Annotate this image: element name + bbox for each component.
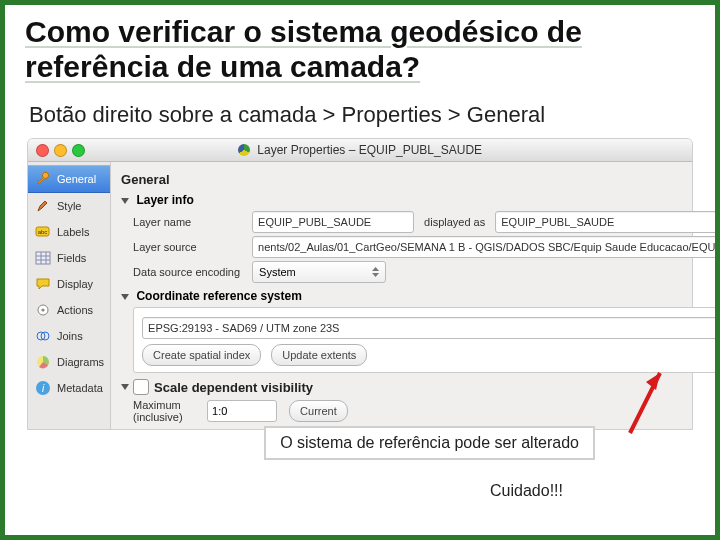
slide-title: Como verificar o sistema geodésico de re… <box>25 15 695 84</box>
table-icon <box>34 249 52 267</box>
panel-general: General Layer info Layer name EQUIP_PUBL… <box>111 162 720 429</box>
annotation-box: O sistema de referência pode ser alterad… <box>264 426 595 460</box>
sidebar-item-label: Style <box>57 200 81 212</box>
slide-subtitle: Botão direito sobre a camada > Propertie… <box>29 102 695 128</box>
label-displayed-as: displayed as <box>424 216 485 228</box>
create-spatial-index-button[interactable]: Create spatial index <box>142 344 261 366</box>
wrench-icon <box>34 170 52 188</box>
sidebar-item-metadata[interactable]: i Metadata <box>28 375 110 401</box>
sidebar-item-label: Metadata <box>57 382 103 394</box>
input-layer-source[interactable]: nents/02_Aulas/01_CartGeo/SEMANA 1 B - Q… <box>252 236 720 258</box>
chevron-down-icon <box>121 384 129 390</box>
sidebar-item-joins[interactable]: Joins <box>28 323 110 349</box>
update-extents-button[interactable]: Update extents <box>271 344 367 366</box>
window-title: Layer Properties – EQUIP_PUBL_SAUDE <box>28 143 692 157</box>
annotation-warning: Cuidado!!! <box>490 482 563 500</box>
crs-field[interactable]: EPSG:29193 - SAD69 / UTM zone 23S <box>142 317 720 339</box>
label-layer-name: Layer name <box>133 216 248 228</box>
svg-rect-2 <box>36 252 50 264</box>
input-displayed-as[interactable]: EQUIP_PUBL_SAUDE <box>495 211 720 233</box>
input-maximum-scale[interactable]: 1:0 <box>207 400 277 422</box>
titlebar: Layer Properties – EQUIP_PUBL_SAUDE <box>28 139 692 162</box>
chevron-down-icon <box>121 294 129 300</box>
chevron-down-icon <box>121 198 129 204</box>
label-maximum: Maximum (inclusive) <box>133 399 203 423</box>
label-layer-source: Layer source <box>133 241 248 253</box>
checkbox-sdv[interactable] <box>133 379 149 395</box>
sidebar-item-label: Display <box>57 278 93 290</box>
qgis-icon <box>238 144 250 156</box>
sidebar-item-actions[interactable]: Actions <box>28 297 110 323</box>
sidebar-item-fields[interactable]: Fields <box>28 245 110 271</box>
current-button[interactable]: Current <box>289 400 348 422</box>
sidebar-item-label: Diagrams <box>57 356 104 368</box>
sidebar-item-label: Actions <box>57 304 93 316</box>
sidebar-item-diagrams[interactable]: Diagrams <box>28 349 110 375</box>
section-header-layer-info[interactable]: Layer info <box>121 193 720 207</box>
layer-properties-dialog: Layer Properties – EQUIP_PUBL_SAUDE Gene… <box>27 138 693 430</box>
section-header-sdv[interactable]: Scale dependent visibility <box>121 379 720 395</box>
pie-icon <box>34 353 52 371</box>
brush-icon <box>34 197 52 215</box>
sidebar-item-labels[interactable]: abc Labels <box>28 219 110 245</box>
label-icon: abc <box>34 223 52 241</box>
sidebar-item-label: Labels <box>57 226 89 238</box>
joins-icon <box>34 327 52 345</box>
crs-box: EPSG:29193 - SAD69 / UTM zone 23S Specif… <box>133 307 720 373</box>
sidebar-item-style[interactable]: Style <box>28 193 110 219</box>
label-encoding: Data source encoding <box>133 266 248 278</box>
svg-point-8 <box>41 308 44 311</box>
sidebar-item-label: Fields <box>57 252 86 264</box>
sidebar-item-general[interactable]: General <box>28 165 110 193</box>
gear-icon <box>34 301 52 319</box>
info-icon: i <box>34 379 52 397</box>
section-header-crs[interactable]: Coordinate reference system <box>121 289 720 303</box>
sidebar: General Style abc Labels Fields Display <box>28 162 111 429</box>
sidebar-item-label: General <box>57 173 96 185</box>
panel-header: General <box>121 172 720 187</box>
input-layer-name[interactable]: EQUIP_PUBL_SAUDE <box>252 211 414 233</box>
svg-text:abc: abc <box>38 229 48 235</box>
sidebar-item-label: Joins <box>57 330 83 342</box>
select-encoding[interactable]: System <box>252 261 386 283</box>
sidebar-item-display[interactable]: Display <box>28 271 110 297</box>
speech-icon <box>34 275 52 293</box>
